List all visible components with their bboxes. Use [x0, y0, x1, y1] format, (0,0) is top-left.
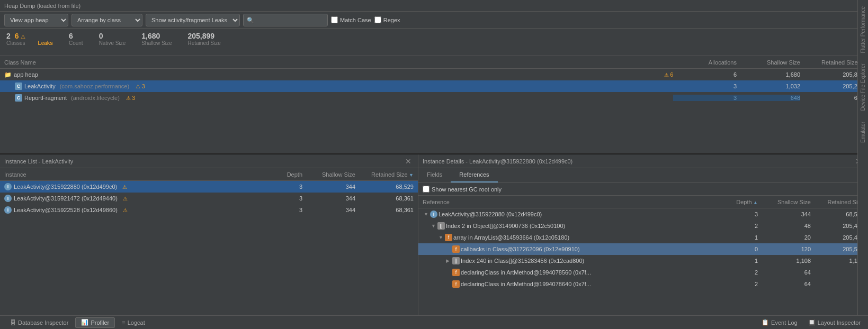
ref-name-cell: ▼ f array in ArrayList@314593664 (0x12c0… — [423, 234, 715, 241]
depth-header[interactable]: Depth — [265, 171, 302, 178]
warn-icon: ⚠ — [123, 196, 128, 202]
list-item[interactable]: I LeakActivity@315921472 (0x12d49440) ⚠ … — [0, 193, 418, 204]
retained-cell: 205,411 — [811, 223, 864, 229]
count-stat: 6 Count — [69, 32, 83, 46]
shallow-cell: 344 — [302, 195, 355, 202]
search-input[interactable] — [243, 14, 328, 26]
arrange-by-select[interactable]: Arrange by class Arrange by callstack Ar… — [71, 14, 142, 26]
bottom-tab-logcat[interactable]: ≡ Logcat — [116, 317, 150, 328]
class-name-header[interactable]: Class Name — [4, 59, 673, 66]
inst-shallow-header[interactable]: Shallow Size — [302, 171, 355, 178]
shallow-cell: 64 — [758, 269, 811, 276]
ref-name-cell: f callbacks in Class@317262096 (0x12e909… — [423, 245, 715, 253]
bottom-tab-database[interactable]: 🗄 Database Inspector — [4, 317, 74, 328]
match-case-checkbox[interactable] — [331, 16, 338, 23]
instance-icon: I — [4, 183, 12, 190]
expand-arrow[interactable]: ▼ — [431, 223, 436, 229]
instance-header[interactable]: Instance — [4, 171, 265, 178]
shallow-cell: 344 — [758, 211, 811, 217]
show-nearest-gc-checkbox[interactable] — [423, 186, 429, 193]
shallow-cell: 64 — [758, 281, 811, 287]
tab-fields[interactable]: Fields — [418, 168, 451, 182]
details-title: Instance Details - LeakActivity@31592288… — [418, 154, 868, 168]
instance-close-button[interactable]: ✕ — [403, 157, 414, 166]
instance-name-cell: I LeakActivity@315922880 (0x12d499c0) ⚠ — [4, 183, 265, 190]
tabs-bar: Fields References — [418, 168, 868, 183]
allocations-cell: 6 — [673, 71, 737, 78]
table-row[interactable]: C ReportFragment (androidx.lifecycle) ⚠ … — [0, 92, 868, 104]
shallow-size-header[interactable]: Shallow Size — [758, 199, 811, 205]
allocations-cell: 3 — [673, 95, 737, 101]
reference-header[interactable]: Reference — [423, 199, 715, 205]
package-text: (androidx.lifecycle) — [71, 95, 120, 101]
retained-cell: 64 — [811, 281, 864, 287]
table-row[interactable]: f callbacks in Class@317262096 (0x12e909… — [418, 243, 868, 255]
logcat-tab-label: Logcat — [128, 319, 145, 326]
layout-inspector-button[interactable]: 🔲 Layout Inspector — [805, 318, 864, 327]
retained-cell: 205,251 — [800, 83, 864, 89]
shallow-cell: 648 — [737, 95, 800, 101]
heap-dump-title: Heap Dump (loaded from file) — [0, 0, 868, 12]
match-case-label[interactable]: Match Case — [331, 16, 371, 23]
ref-name-cell: ▼ I LeakActivity@315922880 (0x12d499c0) — [423, 211, 715, 218]
class-icon: C — [15, 83, 22, 90]
bottom-bar: 🗄 Database Inspector 📊 Profiler ≡ Logcat… — [0, 315, 868, 329]
instance-content: I LeakActivity@315922880 (0x12d499c0) ⚠ … — [0, 181, 418, 318]
retained-cell: 64 — [811, 269, 864, 276]
depth-cell: 2 — [715, 223, 758, 229]
native-size-value: 0 — [99, 32, 103, 40]
shallow-cell: 344 — [302, 184, 355, 190]
retained-size-header[interactable]: Retained Size — [811, 199, 864, 205]
expand-arrow[interactable]: ▼ — [439, 235, 444, 240]
classes-label: Classes — [6, 40, 25, 46]
retained-cell: 205,431 — [811, 234, 864, 241]
inst-retained-header[interactable]: Retained Size — [355, 171, 414, 178]
table-row[interactable]: ▼ I LeakActivity@315922880 (0x12d499c0) … — [418, 208, 868, 220]
leaks-count: 6 — [15, 32, 19, 40]
retained-cell: 68,529 — [355, 184, 414, 190]
view-heap-select[interactable]: View app heap View entire heap View zygo… — [4, 14, 68, 26]
class-icon: C — [15, 94, 22, 102]
instance-list-panel: Instance List - LeakActivity ✕ Instance … — [0, 154, 418, 318]
regex-checkbox[interactable] — [374, 16, 381, 23]
shallow-cell: 120 — [758, 246, 811, 252]
table-row[interactable]: ▼ f array in ArrayList@314593664 (0x12c0… — [418, 232, 868, 243]
event-log-button[interactable]: 📋 Event Log — [758, 318, 801, 327]
class-table-header: Class Name Allocations Shallow Size Reta… — [0, 56, 868, 69]
warn-badge: ⚠ 3 — [136, 84, 145, 89]
shallow-size-header[interactable]: Shallow Size — [737, 59, 800, 66]
class-name-text: ReportFragment — [24, 95, 67, 101]
field-icon: f — [452, 245, 460, 253]
sidebar-tab-flutter[interactable]: Flutter Performance — [859, 2, 867, 57]
filter-select[interactable]: Show activity/fragment Leaks Show all ob… — [146, 14, 240, 26]
table-row[interactable]: f declaringClass in ArtMethod@1994078560… — [418, 267, 868, 278]
field-icon: f — [452, 280, 460, 288]
retained-cell: 648 — [800, 95, 864, 101]
expand-arrow[interactable]: ▼ — [424, 212, 429, 217]
list-item[interactable]: I LeakActivity@315922880 (0x12d499c0) ⚠ … — [0, 181, 418, 193]
depth-header[interactable]: Depth — [715, 199, 758, 205]
allocations-header[interactable]: Allocations — [673, 59, 737, 66]
depth-cell: 3 — [715, 211, 758, 217]
table-row[interactable]: 📁 app heap ⚠ 6 6 1,680 205,899 — [0, 69, 868, 80]
sidebar-tab-device-file[interactable]: Device File Explorer — [859, 59, 867, 115]
tab-references[interactable]: References — [451, 168, 497, 182]
ref-name-cell: f declaringClass in ArtMethod@1994078560… — [423, 269, 715, 276]
class-name-cell: 📁 app heap ⚠ 6 — [4, 71, 673, 78]
table-row[interactable]: ▶ [] Index 240 in Class[]@315283456 (0x1… — [418, 255, 868, 267]
show-nearest-gc-label[interactable]: Show nearest GC root only — [423, 186, 502, 193]
table-row[interactable]: C LeakActivity (com.sahooz.performance) … — [0, 80, 868, 92]
regex-label[interactable]: Regex — [374, 16, 400, 23]
bottom-section: Instance List - LeakActivity ✕ Instance … — [0, 153, 868, 318]
sidebar-tab-emulator[interactable]: Emulator — [859, 117, 867, 147]
table-row[interactable]: f declaringClass in ArtMethod@1994078640… — [418, 278, 868, 290]
retained-size-value: 205,899 — [187, 32, 214, 40]
expand-arrow[interactable]: ▶ — [446, 258, 451, 263]
shallow-size-stat: 1,680 Shallow Size — [141, 32, 172, 46]
bottom-tab-profiler[interactable]: 📊 Profiler — [75, 317, 115, 328]
table-row[interactable]: ▼ [] Index 2 in Object[]@314900736 (0x12… — [418, 220, 868, 232]
details-options: Show nearest GC root only — [418, 183, 868, 196]
list-item[interactable]: I LeakActivity@315922528 (0x12d49860) ⚠ … — [0, 204, 418, 216]
retained-size-header[interactable]: Retained Size — [800, 59, 864, 66]
retained-cell: 68,361 — [355, 207, 414, 213]
